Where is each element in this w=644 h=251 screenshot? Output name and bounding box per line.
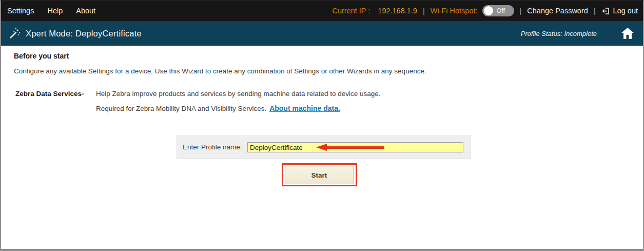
logout-button[interactable]: Log out: [601, 7, 638, 15]
top-menu-bar: Settings Help About Current IP : 192.168…: [1, 1, 643, 21]
separator: |: [519, 7, 523, 15]
current-ip-value: 192.168.1.9: [378, 7, 417, 15]
toggle-knob: [484, 6, 493, 15]
section-heading: Before you start: [14, 52, 69, 60]
menu-item-help[interactable]: Help: [47, 7, 63, 15]
current-ip-label: Current IP :: [332, 7, 370, 15]
home-icon[interactable]: [621, 28, 634, 39]
profile-name-form: Enter Profile name:: [177, 136, 471, 159]
separator: |: [593, 7, 597, 15]
profile-status-badge: Profile Status: Incomplete: [521, 30, 597, 37]
toggle-state-label: Off: [497, 7, 505, 14]
zebra-data-services-text-1: Help Zebra improve products and services…: [96, 90, 381, 98]
main-menu: Settings Help About: [7, 7, 95, 15]
section-description: Configure any available Settings for a d…: [14, 67, 426, 75]
wifi-hotspot-label: Wi-Fi Hotspot:: [431, 7, 478, 15]
zds-line2-text: Required for Zebra Mobility DNA and Visi…: [96, 105, 266, 112]
xpert-mode-page: Settings Help About Current IP : 192.168…: [0, 0, 644, 251]
titlebar-left: Xpert Mode: DeployCertificate: [9, 28, 142, 39]
change-password-link[interactable]: Change Password: [527, 7, 588, 15]
logout-icon: [601, 7, 610, 15]
wand-icon: [9, 28, 21, 39]
profile-name-label: Enter Profile name:: [183, 143, 242, 151]
menu-item-about[interactable]: About: [76, 7, 95, 15]
about-machine-data-link[interactable]: About machine data.: [269, 104, 340, 112]
wizard-title-bar: Xpert Mode: DeployCertificate Profile St…: [1, 21, 643, 46]
wifi-hotspot-toggle[interactable]: Off: [482, 5, 514, 16]
zebra-data-services-text-2: Required for Zebra Mobility DNA and Visi…: [96, 104, 340, 112]
start-button[interactable]: Start: [285, 166, 354, 184]
logout-label: Log out: [613, 7, 638, 15]
zebra-data-services-label: Zebra Data Services-: [15, 90, 84, 98]
profile-name-input[interactable]: [247, 142, 463, 152]
topbar-status-area: Current IP : 192.168.1.9 | Wi-Fi Hotspot…: [332, 5, 638, 16]
separator: |: [422, 7, 426, 15]
menu-item-settings[interactable]: Settings: [7, 7, 34, 15]
titlebar-right: Profile Status: Incomplete: [521, 28, 634, 39]
page-title: Xpert Mode: DeployCertificate: [26, 29, 142, 38]
